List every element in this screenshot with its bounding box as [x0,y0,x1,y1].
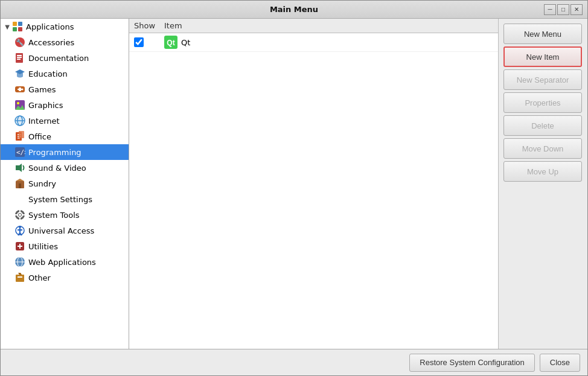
sidebar-label-internet: Internet [28,116,60,126]
titlebar: Main Menu ─ □ ✕ [1,1,587,19]
action-buttons-panel: New Menu New Item New Separator Properti… [498,19,587,349]
sidebar-item-other[interactable]: Other [1,270,129,285]
minimize-button[interactable]: ─ [544,4,556,15]
qt-checkbox[interactable] [134,37,144,47]
sidebar-label-universal-access: Universal Access [28,226,94,235]
new-menu-button[interactable]: New Menu [503,24,582,44]
svg-text:Qt: Qt [167,39,174,47]
sidebar-label-system-tools: System Tools [28,211,80,220]
sidebar-label-office: Office [28,132,51,141]
svg-marker-29 [16,164,22,172]
sidebar-label-programming: Programming [28,148,81,157]
qt-label: Qt [181,38,190,47]
main-window: Main Menu ─ □ ✕ ▼ Applications 🔧 [0,0,588,376]
sidebar-label-games: Games [28,85,56,94]
svg-text:</>: </> [16,148,25,156]
titlebar-controls: ─ □ ✕ [544,4,583,15]
svg-rect-7 [17,55,22,56]
restore-system-button[interactable]: Restore System Configuration [409,354,534,372]
sidebar-item-games[interactable]: Games [1,81,129,97]
graphics-icon [14,99,26,111]
svg-point-35 [19,214,21,216]
sidebar-label-education: Education [28,69,68,78]
sidebar-item-universal-access[interactable]: Universal Access [1,223,129,238]
properties-button[interactable]: Properties [503,92,582,113]
sidebar-item-sound-video[interactable]: Sound & Video [1,160,129,176]
qt-item-cell: Qt Qt [164,36,493,49]
close-dialog-button[interactable]: Close [540,354,580,372]
bottom-bar: Restore System Configuration Close [1,349,587,375]
sidebar-label-other: Other [28,273,51,282]
sidebar-label-graphics: Graphics [28,101,63,110]
sidebar-label-utilities: Utilities [28,242,58,251]
list-check-qt[interactable] [134,37,164,47]
maximize-button[interactable]: □ [557,4,569,15]
sidebar-item-sundry[interactable]: Sundry [1,176,129,191]
svg-marker-53 [16,273,24,275]
web-applications-icon [14,256,26,268]
sidebar-item-documentation[interactable]: Documentation [1,50,129,66]
sidebar-tree: ▼ Applications 🔧 Accessories Documentati… [1,19,129,349]
sound-video-icon [14,162,26,174]
svg-rect-54 [18,276,22,278]
svg-point-14 [22,89,24,91]
sundry-icon [14,177,26,190]
svg-point-21 [15,116,25,126]
svg-point-16 [17,102,19,104]
new-item-button[interactable]: New Item [503,46,582,67]
content-area: ▼ Applications 🔧 Accessories Documentati… [1,19,587,349]
item-list: Show Item Qt Qt [129,19,498,349]
sidebar-item-system-tools[interactable]: System Tools [1,207,129,223]
window-title: Main Menu [270,5,318,14]
col-header-show: Show [134,21,164,30]
sidebar-label-system-settings: System Settings [28,195,92,204]
sidebar-label-accessories: Accessories [28,38,74,47]
svg-rect-9 [17,59,21,60]
move-down-button[interactable]: Move Down [503,138,582,159]
sidebar-item-graphics[interactable]: Graphics [1,97,129,113]
sidebar-label-sound-video: Sound & Video [28,164,86,173]
svg-marker-31 [16,179,24,181]
universal-access-icon [14,225,26,237]
svg-rect-52 [16,275,24,282]
tree-toggle-applications: ▼ [3,22,11,31]
svg-text:🔧: 🔧 [16,38,24,46]
svg-rect-32 [19,183,21,188]
sidebar-item-system-settings[interactable]: System Settings [1,191,129,207]
sidebar-item-accessories[interactable]: 🔧 Accessories [1,34,129,50]
sidebar-item-programming[interactable]: </> Programming [1,144,129,160]
sidebar-item-office[interactable]: Office [1,129,129,144]
sidebar-item-internet[interactable]: Internet [1,113,129,129]
sidebar-item-applications[interactable]: ▼ Applications [1,19,129,34]
system-tools-icon [14,209,26,221]
svg-rect-3 [18,27,22,31]
svg-rect-2 [13,27,17,31]
programming-icon: </> [14,146,26,158]
svg-rect-8 [17,57,22,58]
sidebar-label-web-applications: Web Applications [28,258,96,267]
qt-icon: Qt [164,36,177,49]
close-button[interactable]: ✕ [570,4,583,15]
svg-rect-0 [13,22,17,26]
col-header-item: Item [164,21,493,30]
office-icon [14,130,26,142]
new-separator-button[interactable]: New Separator [503,69,582,90]
internet-icon [14,115,26,127]
delete-button[interactable]: Delete [503,115,582,136]
system-settings-icon [14,193,26,205]
sidebar-label-sundry: Sundry [28,179,56,188]
documentation-icon [14,52,26,64]
sidebar-label-documentation: Documentation [28,54,89,63]
utilities-icon [14,240,26,252]
sidebar-item-web-applications[interactable]: Web Applications [1,254,129,270]
games-icon [14,83,26,95]
sidebar-item-education[interactable]: Education [1,66,129,81]
sidebar-label-applications: Applications [26,22,74,31]
sidebar-item-utilities[interactable]: Utilities [1,238,129,254]
svg-rect-26 [19,131,24,138]
move-up-button[interactable]: Move Up [503,161,582,182]
education-icon [14,68,26,80]
list-header: Show Item [129,19,498,33]
list-item[interactable]: Qt Qt [129,33,498,52]
applications-icon [11,21,24,33]
